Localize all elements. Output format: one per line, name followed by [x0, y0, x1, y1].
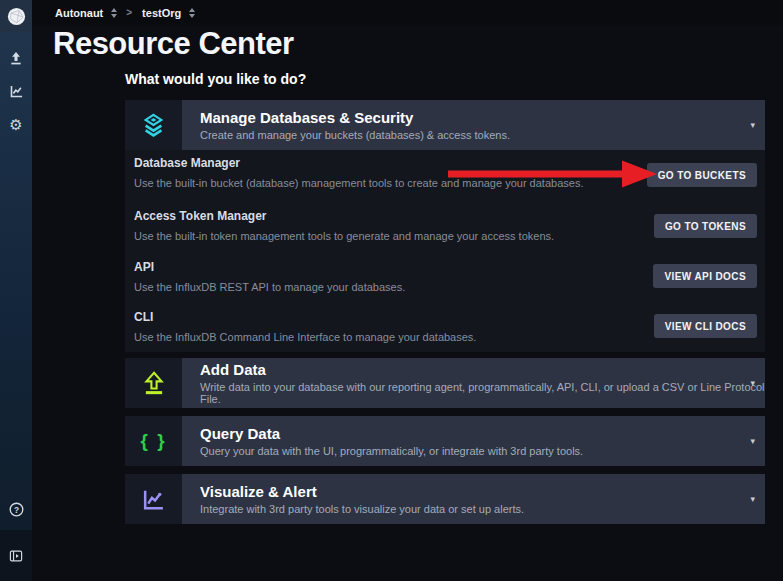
panel-header-body: Manage Databases & Security Create and m… — [182, 100, 765, 150]
resource-row-cli: CLI Use the InfluxDB Command Line Interf… — [134, 310, 585, 343]
go-to-tokens-button[interactable]: GO TO TOKENS — [654, 214, 757, 238]
row-description: Use the InfluxDB REST API to manage your… — [134, 281, 585, 293]
view-api-docs-button[interactable]: VIEW API DOCS — [653, 264, 757, 288]
breadcrumb-suborg[interactable]: testOrg — [142, 7, 181, 19]
row-description: Use the InfluxDB Command Line Interface … — [134, 331, 585, 343]
sidebar: ⚙ ? — [0, 0, 32, 581]
panel-icon-cell — [125, 100, 182, 150]
line-graph-icon — [9, 84, 24, 99]
view-cli-docs-button[interactable]: VIEW CLI DOCS — [654, 314, 757, 338]
panel-title: Visualize & Alert — [200, 483, 765, 500]
settings-nav-item[interactable]: ⚙ — [6, 114, 26, 134]
breadcrumb-separator-icon: > — [126, 7, 132, 18]
chevron-down-icon[interactable]: ▾ — [750, 494, 755, 504]
panel-add-data[interactable]: Add Data Write data into your database w… — [125, 358, 765, 408]
curly-braces-icon: { } — [140, 430, 166, 452]
chevron-down-icon[interactable]: ▾ — [750, 378, 755, 388]
panel-header-body: Add Data Write data into your database w… — [182, 358, 765, 408]
expand-panel-icon — [9, 549, 23, 563]
panel-manage-databases[interactable]: Manage Databases & Security Create and m… — [125, 100, 765, 150]
suborg-switcher-carets-icon[interactable] — [189, 8, 195, 18]
expand-sidebar-button[interactable] — [0, 530, 32, 581]
resource-row-api: API Use the InfluxDB REST API to manage … — [134, 260, 585, 293]
help-nav-item[interactable]: ? — [6, 499, 26, 519]
page-title: Resource Center — [53, 26, 294, 62]
panel-title: Manage Databases & Security — [200, 109, 765, 126]
panel-description: Query your data with the UI, programmati… — [200, 445, 765, 457]
influxdata-logo-icon — [7, 7, 26, 26]
row-title: Access Token Manager — [134, 209, 585, 223]
panel-header-body: Query Data Query your data with the UI, … — [182, 416, 765, 466]
panel-description: Write data into your database with our r… — [200, 381, 765, 405]
svg-text:?: ? — [13, 505, 18, 514]
go-to-buckets-button[interactable]: GO TO BUCKETS — [647, 163, 757, 187]
upload-data-icon — [141, 370, 167, 396]
panel-visualize-alert[interactable]: Visualize & Alert Integrate with 3rd par… — [125, 474, 765, 524]
gear-icon: ⚙ — [9, 117, 22, 132]
panel-icon-cell — [125, 474, 182, 524]
upload-icon — [8, 50, 24, 66]
breadcrumb-org[interactable]: Autonaut — [55, 7, 103, 19]
panel-title: Add Data — [200, 361, 765, 378]
panel-manage-databases-expanded: Database Manager Use the built-in bucket… — [125, 150, 765, 352]
chart-line-icon — [141, 487, 166, 512]
row-title: API — [134, 260, 585, 274]
resource-row-access-token-manager: Access Token Manager Use the built-in to… — [134, 209, 585, 242]
annotation-arrow-icon — [446, 159, 658, 189]
org-switcher-carets-icon[interactable] — [111, 8, 117, 18]
panel-title: Query Data — [200, 425, 765, 442]
data-explorer-nav-item[interactable] — [6, 81, 26, 101]
panel-icon-cell: { } — [125, 416, 182, 466]
chevron-down-icon[interactable]: ▾ — [750, 436, 755, 446]
panel-description: Create and manage your buckets (database… — [200, 129, 765, 141]
row-description: Use the built-in token management tools … — [134, 230, 585, 242]
breadcrumb: Autonaut > testOrg — [32, 0, 783, 25]
page-subtitle: What would you like to do? — [125, 71, 306, 87]
panel-description: Integrate with 3rd party tools to visual… — [200, 503, 765, 515]
layers-icon — [140, 112, 167, 139]
app-logo[interactable] — [0, 0, 32, 32]
load-data-nav-item[interactable] — [6, 48, 26, 68]
panel-query-data[interactable]: { } Query Data Query your data with the … — [125, 416, 765, 466]
row-title: CLI — [134, 310, 585, 324]
help-circle-icon: ? — [9, 502, 24, 517]
chevron-down-icon[interactable]: ▾ — [750, 120, 755, 130]
panel-icon-cell — [125, 358, 182, 408]
panel-header-body: Visualize & Alert Integrate with 3rd par… — [182, 474, 765, 524]
